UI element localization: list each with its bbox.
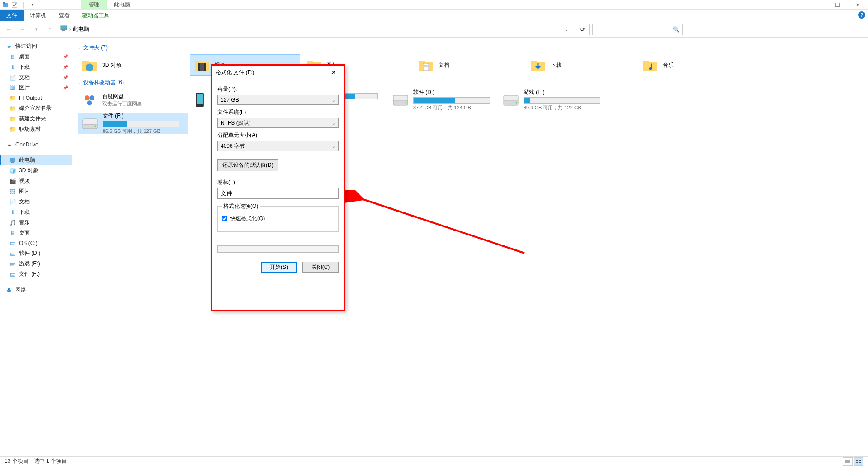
this-pc-label: 此电脑	[19, 156, 35, 164]
onedrive-label: OneDrive	[15, 141, 38, 148]
filesystem-value: NTFS (默认)	[221, 119, 251, 127]
address-dropdown[interactable]: ⌄	[562, 26, 571, 33]
ribbon-collapse-icon[interactable]: ⌃	[852, 13, 855, 18]
quick-access-header[interactable]: ★ 快速访问	[0, 41, 72, 52]
folder-item[interactable]: 3D 对象	[78, 54, 188, 76]
sidebar-qa-item[interactable]: 📄文档📌	[0, 72, 72, 83]
refresh-button[interactable]: ⟳	[576, 24, 590, 35]
chevron-down-icon: ⌄	[78, 46, 81, 50]
item-icon: 🎬	[9, 178, 16, 185]
checkbox-icon[interactable]	[11, 1, 18, 9]
allocation-select[interactable]: 4096 字节 ⌄	[217, 141, 339, 151]
quick-format-checkbox[interactable]: 快速格式化(Q)	[222, 215, 335, 222]
sidebar-qa-item[interactable]: 📁FFOutput	[0, 93, 72, 103]
hdd-icon	[392, 91, 410, 109]
folder-icon	[641, 56, 659, 74]
folder-item[interactable]: 文档	[414, 54, 524, 76]
view-tab[interactable]: 查看	[52, 10, 76, 21]
app-icon	[2, 1, 9, 9]
filesystem-select[interactable]: NTFS (默认) ⌄	[217, 118, 339, 128]
pin-icon: 📌	[63, 75, 68, 80]
sidebar-pc-item[interactable]: 🖴OS (C:)	[0, 238, 72, 248]
restore-defaults-button[interactable]: 还原设备的默认值(D)	[217, 159, 278, 171]
network-label: 网络	[15, 286, 26, 294]
this-pc-header[interactable]: 此电脑	[0, 155, 72, 165]
computer-tab[interactable]: 计算机	[24, 10, 52, 21]
close-button[interactable]: ✕	[848, 0, 868, 10]
forward-button[interactable]: →	[17, 24, 28, 35]
folders-group-label: 文件夹 (7)	[83, 44, 108, 52]
sidebar-qa-item[interactable]: 🖥桌面📌	[0, 52, 72, 62]
sidebar-pc-item[interactable]: 🖼图片	[0, 186, 72, 197]
sidebar-qa-item[interactable]: 🖼图片📌	[0, 83, 72, 93]
svg-rect-1	[3, 2, 5, 4]
help-icon[interactable]: ?	[858, 11, 865, 19]
back-button[interactable]: ←	[4, 24, 14, 35]
file-tab[interactable]: 文件	[0, 10, 24, 21]
drive-tools-tab[interactable]: 驱动器工具	[76, 10, 116, 21]
drives-grid: 百度网盘双击运行百度网盘B 可用，共 100 GB软件 (D:)37.4 GB …	[78, 89, 863, 134]
sidebar-qa-item[interactable]: 📁职场素材	[0, 124, 72, 134]
sidebar-pc-item[interactable]: ⬇下载	[0, 207, 72, 217]
sidebar-qa-item[interactable]: ⬇下载📌	[0, 62, 72, 72]
breadcrumb-this-pc[interactable]: 此电脑	[73, 25, 89, 33]
sidebar-pc-item[interactable]: 🖴文件 (F:)	[0, 269, 72, 279]
folder-icon	[193, 56, 211, 74]
sidebar-pc-item[interactable]: 🖥桌面	[0, 228, 72, 238]
drive-bar	[413, 97, 490, 104]
folder-icon	[80, 56, 99, 74]
content-pane: ⌄ 文件夹 (7) 3D 对象视频图片文档下载音乐 ⌄ 设备和驱动器 (6) 百…	[72, 38, 868, 456]
folder-item[interactable]: 下载	[526, 54, 637, 76]
minimize-button[interactable]: ─	[807, 0, 827, 10]
sidebar-pc-item[interactable]: 🧊3D 对象	[0, 165, 72, 176]
up-button[interactable]: ↑	[44, 24, 55, 35]
recent-dropdown[interactable]: ▾	[31, 24, 42, 35]
sidebar-item-label: OS (C:)	[19, 240, 38, 246]
svg-point-17	[90, 95, 94, 100]
drive-item-baidu[interactable]: 百度网盘双击运行百度网盘	[78, 89, 188, 111]
sidebar-qa-item[interactable]: 📁媒介宣发名录	[0, 103, 72, 113]
network-header[interactable]: 🖧 网络	[0, 285, 72, 295]
sidebar-qa-item[interactable]: 📁新建文件夹	[0, 113, 72, 124]
capacity-select[interactable]: 127 GB ⌄	[217, 95, 339, 105]
sidebar-item-label: 桌面	[19, 229, 30, 237]
onedrive-header[interactable]: ☁ OneDrive	[0, 140, 72, 150]
drives-group-header[interactable]: ⌄ 设备和驱动器 (6)	[78, 76, 863, 89]
close-button[interactable]: 关闭(C)	[302, 262, 339, 273]
manage-tab[interactable]: 管理	[81, 0, 107, 10]
pin-icon: 📌	[63, 85, 68, 90]
sidebar-pc-item[interactable]: 🖴软件 (D:)	[0, 248, 72, 259]
drive-item-e[interactable]: 游戏 (E:)89.9 GB 可用，共 122 GB	[499, 89, 609, 111]
chevron-down-icon: ⌄	[332, 121, 335, 126]
item-icon: 🧊	[9, 167, 16, 174]
details-view-button[interactable]	[843, 457, 853, 466]
sidebar-pc-item[interactable]: 🖴游戏 (E:)	[0, 259, 72, 269]
view-toggle	[843, 457, 863, 466]
drive-item-f[interactable]: 文件 (F:)86.5 GB 可用，共 127 GB	[78, 113, 188, 134]
dialog-close-button[interactable]: ✕	[327, 67, 340, 78]
quick-format-input[interactable]	[222, 216, 227, 221]
pc-icon	[9, 157, 16, 164]
folders-group-header[interactable]: ⌄ 文件夹 (7)	[78, 41, 863, 54]
main-area: ★ 快速访问 🖥桌面📌⬇下载📌📄文档📌🖼图片📌📁FFOutput📁媒介宣发名录📁…	[0, 38, 868, 456]
cloud-icon: ☁	[5, 141, 13, 148]
address-bar[interactable]: › 此电脑 ⌄	[58, 24, 573, 35]
sidebar-pc-item[interactable]: 📄文档	[0, 197, 72, 207]
hdd-icon	[81, 114, 99, 132]
capacity-value: 127 GB	[221, 97, 239, 103]
folder-item[interactable]: 音乐	[638, 54, 749, 76]
item-icon: 🖴	[9, 271, 16, 278]
svg-rect-36	[859, 462, 861, 463]
volume-label-input[interactable]	[217, 188, 339, 199]
dropdown-icon[interactable]: ▼	[29, 1, 36, 9]
sidebar-pc-item[interactable]: 🎵音乐	[0, 217, 72, 228]
start-button[interactable]: 开始(S)	[261, 262, 297, 273]
icons-view-button[interactable]	[854, 457, 863, 466]
drive-item-d[interactable]: 软件 (D:)37.4 GB 可用，共 124 GB	[389, 89, 499, 111]
sidebar-pc-item[interactable]: 🎬视频	[0, 176, 72, 186]
svg-rect-0	[3, 3, 8, 7]
item-icon: 📄	[9, 198, 16, 206]
search-box[interactable]: 🔍	[592, 24, 683, 35]
maximize-button[interactable]: ☐	[827, 0, 848, 10]
svg-point-26	[516, 102, 517, 104]
